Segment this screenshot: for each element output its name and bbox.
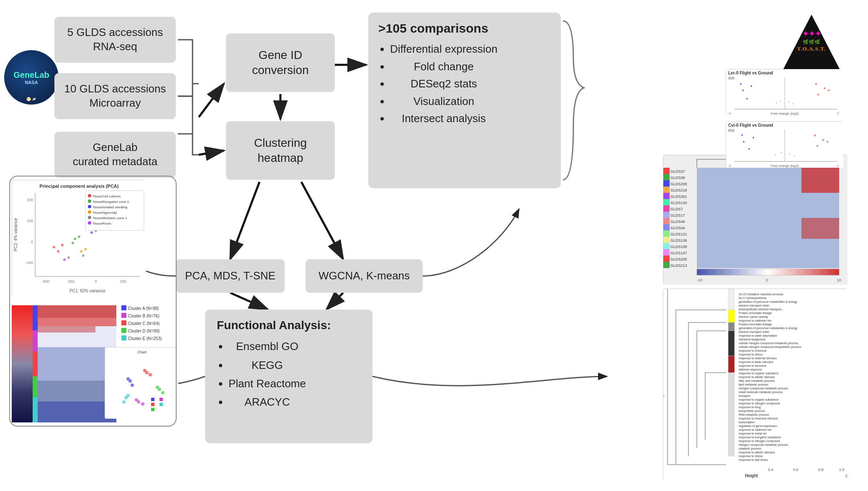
gene-id-label: Gene ID conversion [252, 48, 308, 78]
glds10-label: 10 GLDS accessions Microarray [64, 82, 166, 110]
svg-rect-93 [151, 403, 154, 406]
svg-point-216 [746, 98, 748, 100]
pca-chart: Principal component analysis (PCA) PC1: … [12, 180, 146, 297]
kmeans-svg: Chart [105, 348, 178, 419]
comparison-item-fc: Fold change [390, 58, 498, 76]
svg-rect-58 [33, 381, 116, 401]
functional-title: Functional Analysis: [217, 318, 331, 333]
svg-text:GLDS44: GLDS44 [670, 226, 685, 230]
svg-text:5: 5 [837, 164, 839, 167]
svg-line-6 [230, 182, 259, 259]
svg-point-220 [817, 94, 819, 95]
svg-text:electron carrier activity: electron carrier activity [739, 315, 768, 319]
svg-rect-109 [663, 212, 670, 218]
svg-point-26 [57, 250, 59, 253]
svg-rect-113 [663, 237, 670, 243]
svg-rect-64 [33, 397, 38, 422]
svg-point-245 [781, 152, 782, 153]
svg-text:0.4: 0.4 [768, 468, 773, 472]
svg-text:nitrogen compound metabolic pr: nitrogen compound metabolic process [739, 387, 788, 390]
svg-point-224 [776, 102, 777, 104]
svg-text:Fold change (log2): Fold change (log2) [771, 164, 799, 168]
dendro-svg: 2e-15 Oxidation reduction process 6e-17 … [663, 289, 847, 481]
svg-text:1.0: 1.0 [839, 468, 845, 472]
svg-rect-102 [663, 168, 670, 174]
svg-rect-189 [728, 310, 734, 322]
svg-rect-71 [121, 328, 126, 333]
svg-line-7 [301, 182, 343, 259]
svg-text:response to cadmium ion: response to cadmium ion [739, 319, 771, 322]
svg-text:TissueHypocotyl: TissueHypocotyl [92, 211, 117, 215]
svg-point-243 [827, 141, 828, 143]
svg-point-217 [742, 90, 744, 91]
svg-point-244 [775, 154, 776, 156]
svg-point-37 [63, 258, 66, 261]
svg-text:ribosome biogenesis: ribosome biogenesis [739, 338, 766, 341]
svg-rect-75 [105, 348, 178, 419]
box-glds10: 10 GLDS accessions Microarray [54, 73, 176, 119]
comparisons-list: Differential expression Fold change DESe… [378, 41, 498, 128]
svg-point-32 [90, 231, 93, 234]
functional-list: Ensembl GO KEGG Plant Reactome ARACYC [217, 337, 306, 411]
svg-text:response to salt stress: response to salt stress [739, 458, 768, 462]
svg-rect-107 [663, 199, 670, 205]
svg-point-43 [88, 199, 91, 203]
svg-text:2e-15 Oxidation reduction proc: 2e-15 Oxidation reduction process [739, 293, 783, 296]
svg-point-36 [67, 256, 70, 259]
svg-point-90 [122, 400, 126, 404]
heatmap-right: GLDS37 GLDS38 GLDS208 GLDS218 GLDS261 GL… [663, 155, 847, 284]
box-functional: Functional Analysis: Ensembl GO KEGG Pla… [205, 309, 372, 443]
svg-text:GLDS138: GLDS138 [670, 245, 687, 249]
svg-point-241 [822, 139, 824, 141]
svg-point-28 [78, 235, 80, 238]
svg-point-242 [814, 135, 816, 136]
svg-text:5: 5 [837, 112, 839, 115]
svg-text:response to hormone: response to hormone [739, 364, 766, 368]
svg-point-239 [741, 134, 743, 136]
fc-chart2-svg: Cvi-0 Flight vs Ground 856 Fold change (… [726, 122, 843, 168]
svg-rect-193 [728, 373, 734, 456]
svg-text:cellular nitrogen compound met: cellular nitrogen compound metabolic pro… [739, 342, 799, 345]
svg-text:0: 0 [31, 240, 33, 244]
func-item-kegg: KEGG [229, 356, 306, 374]
comparisons-title: >105 comparisons [378, 20, 488, 36]
func-item-go: Ensembl GO [229, 337, 306, 355]
svg-text:response to chemical stimulus: response to chemical stimulus [739, 417, 778, 420]
svg-text:generation of precursor metabo: generation of precursor metabolites & en… [739, 327, 798, 330]
svg-text:response to organic substance: response to organic substance [739, 372, 778, 375]
svg-point-24 [53, 246, 55, 248]
svg-point-27 [74, 238, 76, 240]
svg-text:response to cadmium ion: response to cadmium ion [739, 428, 771, 432]
svg-point-247 [794, 155, 795, 156]
svg-text:0: 0 [95, 279, 97, 284]
svg-text:Cluster A (N=98): Cluster A (N=98) [128, 306, 159, 311]
svg-point-240 [817, 145, 818, 147]
svg-text:RNA metabolic process: RNA metabolic process [739, 413, 769, 417]
svg-point-35 [82, 254, 85, 257]
box-wgcna: WGCNA, K-means [306, 259, 423, 293]
svg-point-237 [743, 141, 745, 143]
svg-point-49 [88, 216, 91, 219]
fc-chart1-svg: Ler-0 Flight vs Ground 905 Fold change (… [726, 69, 843, 115]
svg-text:0: 0 [766, 278, 768, 282]
svg-text:response to organic substance: response to organic substance [739, 398, 778, 401]
svg-text:GLDS120: GLDS120 [670, 201, 687, 205]
svg-point-25 [61, 244, 64, 246]
svg-text:Chart: Chart [137, 350, 147, 354]
svg-text:catabolic process: catabolic process [739, 447, 762, 450]
svg-point-246 [789, 153, 791, 155]
svg-text:TissueRoots: TissueRoots [92, 222, 111, 225]
svg-point-91 [126, 394, 130, 397]
heatmap-left-color [12, 305, 33, 422]
func-item-aracyc: ARACYC [229, 393, 306, 411]
svg-text:TissueIsolated seedling: TissueIsolated seedling [92, 205, 127, 209]
svg-text:GLDS136: GLDS136 [670, 238, 687, 243]
svg-rect-96 [159, 403, 163, 406]
comparison-item-vis: Visualization [390, 93, 498, 110]
svg-rect-112 [663, 230, 670, 237]
svg-text:GLDS205: GLDS205 [670, 257, 687, 261]
svg-point-45 [88, 205, 91, 208]
svg-text:response to metal ion: response to metal ion [739, 432, 767, 435]
svg-text:generation of precursor metabo: generation of precursor metabolites & en… [739, 300, 798, 304]
svg-text:10: 10 [837, 278, 841, 282]
